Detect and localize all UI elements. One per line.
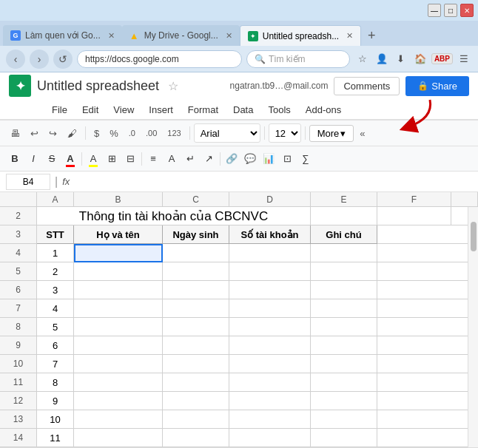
cell-stt-9[interactable]: 6 (37, 336, 74, 355)
collapse-toolbar-button[interactable]: « (355, 123, 369, 143)
redo-button[interactable]: ↪ (44, 123, 61, 143)
cell-note-6[interactable] (311, 281, 377, 299)
chart-button[interactable]: 📊 (260, 149, 277, 169)
cell-note-4[interactable] (311, 244, 377, 262)
cell-extra-12[interactable] (377, 392, 478, 410)
share-button[interactable]: 🔒 Share (405, 76, 469, 96)
cell-extra-11[interactable] (377, 373, 478, 392)
profile-icon[interactable]: 👤 (374, 51, 390, 67)
cell-note-10[interactable] (311, 355, 377, 373)
browser-tab-3[interactable]: ✦ Untitled spreadsh... ✕ (240, 25, 361, 46)
menu-data[interactable]: Data (226, 101, 260, 118)
cell-name-5[interactable] (74, 262, 163, 281)
formula-input[interactable] (74, 174, 472, 190)
rotate-button[interactable]: ↗ (200, 149, 218, 169)
bold-button[interactable]: B (6, 149, 24, 169)
cell-acc-8[interactable] (229, 318, 311, 336)
window-controls[interactable]: — □ ✕ (428, 4, 474, 17)
cell-name-10[interactable] (74, 355, 163, 373)
cell-note-14[interactable] (311, 429, 377, 447)
browser-tab-1[interactable]: G Làm quen với Go... ✕ (3, 25, 122, 46)
cell-extra-4[interactable] (377, 244, 478, 262)
cell-acc-10[interactable] (229, 355, 311, 373)
cell-dob-6[interactable] (163, 281, 229, 299)
cell-note-11[interactable] (311, 373, 377, 392)
menu-file[interactable]: File (44, 101, 75, 118)
cell-stt-14[interactable]: 11 (37, 429, 74, 447)
currency-button[interactable]: $ (90, 123, 104, 143)
cell-dob-4[interactable] (163, 244, 229, 262)
browser-tab-2[interactable]: ▲ My Drive - Googl... ✕ (122, 25, 240, 46)
title-cell[interactable]: Thông tin tài khoản của CBCNVC (37, 207, 311, 225)
maximize-button[interactable]: □ (444, 4, 457, 17)
print-button[interactable]: 🖶 (6, 123, 24, 143)
cell-acc-11[interactable] (229, 373, 311, 392)
bookmark-icon[interactable]: ☆ (354, 51, 371, 67)
font-family-select[interactable]: Arial (194, 123, 260, 143)
italic-button[interactable]: I (24, 149, 42, 169)
cell-name-4[interactable] (74, 244, 163, 262)
back-button[interactable]: ‹ (6, 50, 25, 69)
format-num-button[interactable]: 123 (163, 123, 185, 143)
cell-stt-13[interactable]: 10 (37, 410, 74, 429)
cell-stt-8[interactable]: 5 (37, 318, 74, 336)
cell-stt-5[interactable]: 2 (37, 262, 74, 281)
home-icon[interactable]: 🏠 (412, 51, 428, 67)
cell-note-7[interactable] (311, 299, 377, 318)
cell-dob-8[interactable] (163, 318, 229, 336)
font-size-select[interactable]: 12 (269, 123, 301, 143)
cell-name-7[interactable] (74, 299, 163, 318)
tab-close-2[interactable]: ✕ (226, 31, 232, 41)
menu-icon[interactable]: ☰ (456, 51, 472, 67)
vertical-scroll-thumb[interactable] (471, 222, 477, 251)
tab-close-1[interactable]: ✕ (108, 31, 115, 41)
cell-dob-12[interactable] (163, 392, 229, 410)
search-box[interactable]: 🔍 Tìm kiếm (246, 50, 350, 68)
comment-button[interactable]: 💬 (241, 149, 259, 169)
cell-acc-14[interactable] (229, 429, 311, 447)
close-button[interactable]: ✕ (460, 4, 474, 17)
comments-button[interactable]: Comments (334, 77, 400, 95)
cell-name-14[interactable] (74, 429, 163, 447)
cell-extra-14[interactable] (377, 429, 478, 447)
borders-button[interactable]: ⊞ (103, 149, 121, 169)
cell-acc-12[interactable] (229, 392, 311, 410)
cell-dob-14[interactable] (163, 429, 229, 447)
cell-acc-6[interactable] (229, 281, 311, 299)
cell-note-5[interactable] (311, 262, 377, 281)
cell-dob-7[interactable] (163, 299, 229, 318)
cell-extra-9[interactable] (377, 336, 478, 355)
cell-dob-11[interactable] (163, 373, 229, 392)
cell-extra-13[interactable] (377, 410, 478, 429)
cell-stt-10[interactable]: 7 (37, 355, 74, 373)
cell-name-11[interactable] (74, 373, 163, 392)
abp-button[interactable]: ABP (431, 53, 453, 64)
menu-edit[interactable]: Edit (75, 101, 106, 118)
more-button[interactable]: More ▾ (309, 125, 354, 142)
cell-acc-5[interactable] (229, 262, 311, 281)
cell-extra-8[interactable] (377, 318, 478, 336)
tab-close-3[interactable]: ✕ (346, 31, 353, 41)
menu-insert[interactable]: Insert (141, 101, 181, 118)
cell-extra-3[interactable] (377, 225, 478, 244)
wrap-button[interactable]: ↵ (181, 149, 199, 169)
cell-dob-9[interactable] (163, 336, 229, 355)
cell-name-9[interactable] (74, 336, 163, 355)
cell-dob-5[interactable] (163, 262, 229, 281)
decimal-more-button[interactable]: .00 (141, 123, 161, 143)
cell-f2[interactable] (377, 207, 451, 225)
cell-reference-input[interactable] (6, 174, 50, 190)
cell-name-12[interactable] (74, 392, 163, 410)
cell-name-8[interactable] (74, 318, 163, 336)
strikethrough-button[interactable]: S (43, 149, 61, 169)
cell-e2[interactable] (311, 207, 377, 225)
decimal-less-button[interactable]: .0 (124, 123, 140, 143)
minimize-button[interactable]: — (428, 4, 441, 17)
merge-button[interactable]: ⊟ (121, 149, 139, 169)
cell-acc-7[interactable] (229, 299, 311, 318)
paint-format-button[interactable]: 🖌 (63, 123, 81, 143)
font-color-button[interactable]: A (61, 149, 79, 169)
undo-button[interactable]: ↩ (26, 123, 43, 143)
star-icon[interactable]: ☆ (168, 79, 178, 93)
cell-stt-4[interactable]: 1 (37, 244, 74, 262)
